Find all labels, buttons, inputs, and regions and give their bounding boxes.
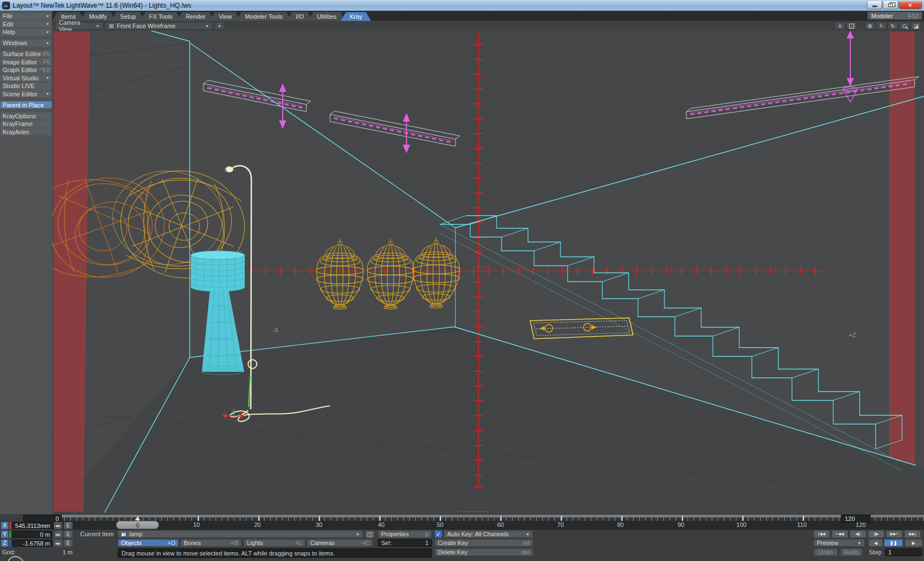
next-key-button[interactable]: ▶▶+ [886,530,903,538]
chevron-down-icon: ▼ [218,24,222,28]
delete-key-button[interactable]: Delete Key del [435,548,533,556]
position-z-field[interactable]: -1.6758 m [12,540,52,547]
viewport-canvas[interactable]: -X +Z [52,31,924,514]
timeline-number: 50 [437,521,443,528]
category-bones-button[interactable]: Bones+B [180,539,241,547]
sidebar-item-edit[interactable]: Edit▼ [1,20,52,28]
sidebar-item-virtual-studio[interactable]: Virtual Studio▼ [1,74,52,81]
play-reverse-button[interactable]: ◀ [868,539,883,547]
nudge-buttons[interactable]: ◀▶ [54,531,62,538]
redo-button[interactable]: Redo [840,548,862,556]
view-type-dropdown[interactable]: Camera View ▼ [55,22,103,30]
tab-view[interactable]: View [210,12,241,21]
position-x-field[interactable]: 545.3113mm [12,522,52,529]
timeline-numbers[interactable]: 0 102030405060708090100110120 [52,521,924,530]
center-item-icon[interactable]: ⊕ [865,22,875,30]
sidebar-item-krayoptions[interactable]: KrayOptions [1,112,52,119]
modeler-button[interactable]: Modeler F12 [867,12,922,20]
sidebar-item-label: Graph Editor [3,67,37,73]
app-icon [2,2,10,9]
create-key-button[interactable]: Create Key ret [435,539,533,547]
render-mode-dropdown[interactable]: ⊞ Front Face Wireframe ▼ [105,22,213,30]
timeline-number: 30 [316,521,322,528]
grid-size-value: 1 m [46,549,73,556]
minimize-button[interactable] [867,1,882,9]
sidebar-item-label: KrayAnim [3,129,29,135]
prev-frame-button[interactable]: ◀|| [850,530,866,538]
axis-color-bar [9,531,11,538]
go-end-button[interactable]: ▶▶| [904,530,921,538]
sidebar-item-graph-editor[interactable]: Graph Editor^F2 [1,67,52,74]
sidebar-item-label: Edit [3,21,13,28]
sidebar-item-surface-editor[interactable]: Surface EditorF5 [1,51,52,58]
pause-button[interactable]: ❚❚ [884,539,903,547]
frame-slider[interactable]: 0 [116,521,159,529]
chevron-down-icon: ▼ [46,14,50,18]
preview-dropdown[interactable]: Preview ▼ [813,539,865,547]
left-red-pillar [54,32,90,512]
envelope-button[interactable]: E [64,540,73,547]
tab-setup[interactable]: Setup [111,12,145,21]
restore-button[interactable] [883,1,898,9]
next-frame-button[interactable]: ||▶ [868,530,884,538]
tab-utilities[interactable]: Utilities [308,12,345,21]
zoom-view-icon[interactable] [899,22,910,30]
viewport[interactable]: -X +Z [52,31,924,514]
sidebar-item-label: Parent in Place [3,102,44,108]
tab-kray[interactable]: Kray [341,12,371,21]
category-cameras-button[interactable]: Cameras+C [307,539,373,547]
envelope-button[interactable]: E [64,522,73,529]
current-item-dropdown[interactable]: lamp ▼ [118,530,363,538]
frame-marker-icon [135,517,140,520]
title-bar: Layout™ NewTek LightWave™ 11.6 (Win64) -… [0,0,924,11]
sidebar-item-krayanim[interactable]: KrayAnim [1,128,52,135]
sidebar-item-help[interactable]: Help▼ [1,29,52,36]
tab-i-o[interactable]: I/O [287,12,313,21]
item-panel-toggle[interactable]: ◫ [365,530,375,538]
sidebar-item-studio-live[interactable]: Studio LIVE [1,82,52,90]
chevron-down-icon: ▼ [857,541,861,545]
save-layout-icon[interactable]: ↓ [846,22,857,30]
sidebar-item-image-editor[interactable]: Image EditorF6 [1,58,52,65]
go-start-button[interactable]: |◀◀ [813,530,830,538]
sidebar-item-label: Help [3,29,15,35]
floor-lamp [191,251,245,375]
category-lights-button[interactable]: Lights+L [244,539,305,547]
sidebar-item-file[interactable]: File▼ [1,13,52,20]
status-bar: Drag mouse in view to move selected item… [118,548,432,558]
tab-render[interactable]: Render [177,12,215,21]
tab-modeler-tools[interactable]: Modeler Tools [236,12,291,21]
nudge-buttons[interactable]: ◀▶ [54,540,62,547]
nudge-buttons[interactable]: ◀▶ [54,522,62,529]
autokey-dropdown[interactable]: Auto Key: All Channels ▼ [444,530,533,538]
envelope-button[interactable]: E [64,531,73,538]
sidebar-item-parent-in-place[interactable]: Parent in Place [1,101,52,108]
chevron-down-icon: ▼ [46,76,50,80]
position-y-field[interactable]: 0 m [12,531,52,538]
pan-view-icon[interactable]: ↔↔ [876,22,887,30]
viewport-extra-dropdown[interactable]: ▼ [215,22,224,30]
autokey-checkbox[interactable]: ✓ [435,530,442,538]
timeline-ruler[interactable] [52,514,924,521]
play-forward-button[interactable]: ▶ [905,539,922,547]
tab-fx-tools[interactable]: FX Tools [140,12,182,21]
selected-light-box[interactable] [530,318,633,339]
sidebar-item-scene-editor[interactable]: Scene Editor▼ [1,90,52,97]
list-icon[interactable]: ≡ [835,22,845,30]
sidebar-item-krayframe[interactable]: KrayFrame [1,120,52,128]
axis-label-minus-x: -X [272,327,279,333]
properties-button[interactable]: Properties p [378,530,432,538]
rotate-view-icon[interactable]: ↻ [888,22,898,30]
end-frame-field[interactable]: 120 [841,515,871,522]
close-button[interactable]: ✕ [899,1,922,9]
undo-button[interactable]: Undo [813,548,838,556]
axis-color-bar [9,522,11,529]
fit-view-icon[interactable]: ◪ [911,22,921,30]
sidebar: File▼Edit▼Help▼Windows▼Surface EditorF5I… [0,11,52,514]
axis-label-plus-z: +Z [849,332,856,338]
axis-y-label: Y [1,531,8,538]
prev-key-button[interactable]: +◀◀ [832,530,848,538]
category-objects-button[interactable]: Objects+O [118,539,179,547]
step-field[interactable]: 1 [885,548,922,556]
sidebar-item-windows[interactable]: Windows▼ [1,40,52,47]
